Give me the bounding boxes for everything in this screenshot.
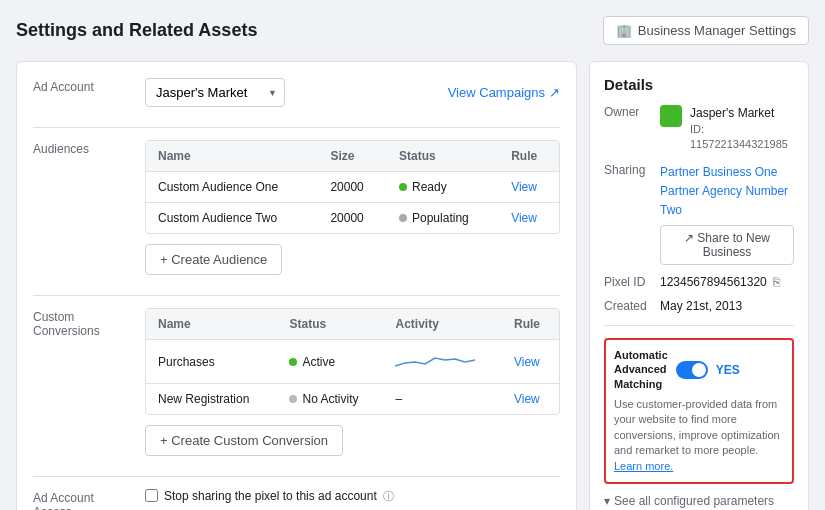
audience-rule: View (499, 203, 559, 234)
ad-account-content: Jasper's Market View Campaigns ↗ (145, 78, 560, 107)
owner-row: Owner Jasper's Market ID: 11572213443219… (604, 105, 794, 153)
custom-conversions-table: Name Status Activity Rule Purchases (146, 309, 559, 414)
page-title: Settings and Related Assets (16, 20, 257, 41)
status-dot-noactivity (289, 395, 297, 403)
pixel-id-row: Pixel ID 1234567894561320 ⎘ (604, 275, 794, 289)
audiences-col-name: Name (146, 141, 318, 172)
stop-sharing-text: Stop sharing the pixel to this ad accoun… (164, 489, 377, 503)
info-icon: ⓘ (383, 489, 394, 504)
view-campaigns-link[interactable]: View Campaigns ↗ (448, 85, 560, 100)
sharing-content: Partner Business One Partner Agency Numb… (660, 163, 794, 266)
audience-name: Custom Audience Two (146, 203, 318, 234)
aam-label: AutomaticAdvancedMatching (614, 348, 668, 391)
owner-name: Jasper's Market (690, 105, 794, 122)
cc-name: Purchases (146, 340, 277, 384)
building-icon: 🏢 (616, 23, 632, 38)
ad-account-select[interactable]: Jasper's Market (145, 78, 285, 107)
page-wrapper: Settings and Related Assets 🏢 Business M… (0, 0, 825, 510)
share-to-new-business-button[interactable]: ↗ Share to New Business (660, 225, 794, 265)
learn-more-link[interactable]: Learn more. (614, 460, 673, 472)
table-row: New Registration No Activity – View (146, 384, 559, 415)
ad-access-content: Stop sharing the pixel to this ad accoun… (145, 489, 560, 510)
cc-col-status: Status (277, 309, 383, 340)
external-link-icon: ↗ (549, 85, 560, 100)
pixel-id-content: 1234567894561320 ⎘ (660, 275, 780, 289)
custom-conversions-label: CustomConversions (33, 308, 133, 338)
owner-label: Owner (604, 105, 652, 119)
table-row: Custom Audience One 20000 Ready View (146, 172, 559, 203)
stop-sharing-checkbox-label[interactable]: Stop sharing the pixel to this ad accoun… (145, 489, 560, 504)
table-row: Purchases Active (146, 340, 559, 384)
status-dot-active (289, 358, 297, 366)
custom-conversions-table-container: Name Status Activity Rule Purchases (145, 308, 560, 415)
details-divider (604, 325, 794, 326)
audiences-section: Audiences Name Size Status Rule (33, 140, 560, 275)
sharing-link-1[interactable]: Partner Business One (660, 163, 794, 182)
cc-status: Active (277, 340, 383, 384)
section-divider-3 (33, 476, 560, 477)
view-campaigns-label: View Campaigns (448, 85, 545, 100)
audience-size: 20000 (318, 203, 387, 234)
audiences-header-row: Name Size Status Rule (146, 141, 559, 172)
audience-status: Populating (387, 203, 499, 234)
aam-header: AutomaticAdvancedMatching YES (614, 348, 784, 391)
ad-account-label: Ad Account (33, 78, 133, 94)
left-panel: Ad Account Jasper's Market View Campaign… (16, 61, 577, 510)
cc-col-rule: Rule (502, 309, 559, 340)
ad-account-row: Ad Account Jasper's Market View Campaign… (33, 78, 560, 107)
view-link[interactable]: View (511, 211, 537, 225)
chevron-down-icon: ▾ (604, 494, 610, 508)
cc-rule: View (502, 384, 559, 415)
aam-toggle[interactable] (676, 361, 708, 379)
audiences-row: Audiences Name Size Status Rule (33, 140, 560, 275)
audience-rule: View (499, 172, 559, 203)
aam-section: AutomaticAdvancedMatching YES Use custom… (604, 338, 794, 484)
ad-account-section: Ad Account Jasper's Market View Campaign… (33, 78, 560, 107)
see-params-toggle[interactable]: ▾ See all configured parameters (604, 494, 794, 508)
audience-size: 20000 (318, 172, 387, 203)
aam-description: Use customer-provided data from your web… (614, 397, 784, 474)
audiences-table: Name Size Status Rule Custom Audience On… (146, 141, 559, 233)
create-custom-conversion-button[interactable]: + Create Custom Conversion (145, 425, 343, 456)
status-dot-ready (399, 183, 407, 191)
details-title: Details (604, 76, 794, 93)
header-bar: Settings and Related Assets 🏢 Business M… (16, 16, 809, 45)
cc-header-row: Name Status Activity Rule (146, 309, 559, 340)
owner-id: ID: 1157221344321985 (690, 122, 794, 153)
ad-access-section: Ad Account Access Stop sharing the pixel… (33, 489, 560, 510)
bm-settings-button[interactable]: 🏢 Business Manager Settings (603, 16, 809, 45)
section-divider-1 (33, 127, 560, 128)
aam-yes-label: YES (716, 363, 740, 377)
view-link[interactable]: View (514, 355, 540, 369)
sharing-link-2[interactable]: Partner Agency Number Two (660, 182, 794, 220)
cc-name: New Registration (146, 384, 277, 415)
owner-info: Jasper's Market ID: 1157221344321985 (690, 105, 794, 153)
cc-col-activity: Activity (383, 309, 502, 340)
audiences-col-size: Size (318, 141, 387, 172)
owner-avatar (660, 105, 682, 127)
section-divider-2 (33, 295, 560, 296)
cc-activity: – (383, 384, 502, 415)
audiences-col-rule: Rule (499, 141, 559, 172)
main-content: Ad Account Jasper's Market View Campaign… (16, 61, 809, 510)
cc-rule: View (502, 340, 559, 384)
copy-icon[interactable]: ⎘ (773, 275, 780, 289)
sharing-row: Sharing Partner Business One Partner Age… (604, 163, 794, 266)
audiences-col-status: Status (387, 141, 499, 172)
cc-status: No Activity (277, 384, 383, 415)
custom-conversions-content: Name Status Activity Rule Purchases (145, 308, 560, 456)
view-link[interactable]: View (514, 392, 540, 406)
pixel-id-label: Pixel ID (604, 275, 652, 289)
stop-sharing-checkbox[interactable] (145, 489, 158, 502)
ad-access-row: Ad Account Access Stop sharing the pixel… (33, 489, 560, 510)
view-link[interactable]: View (511, 180, 537, 194)
create-audience-button[interactable]: + Create Audience (145, 244, 282, 275)
pixel-id-value: 1234567894561320 (660, 275, 767, 289)
audiences-label: Audiences (33, 140, 133, 156)
custom-conversions-row: CustomConversions Name Status Activity R… (33, 308, 560, 456)
audience-name: Custom Audience One (146, 172, 318, 203)
ad-account-select-wrapper: Jasper's Market (145, 78, 285, 107)
audience-status: Ready (387, 172, 499, 203)
created-value: May 21st, 2013 (660, 299, 742, 313)
cc-activity (383, 340, 502, 384)
